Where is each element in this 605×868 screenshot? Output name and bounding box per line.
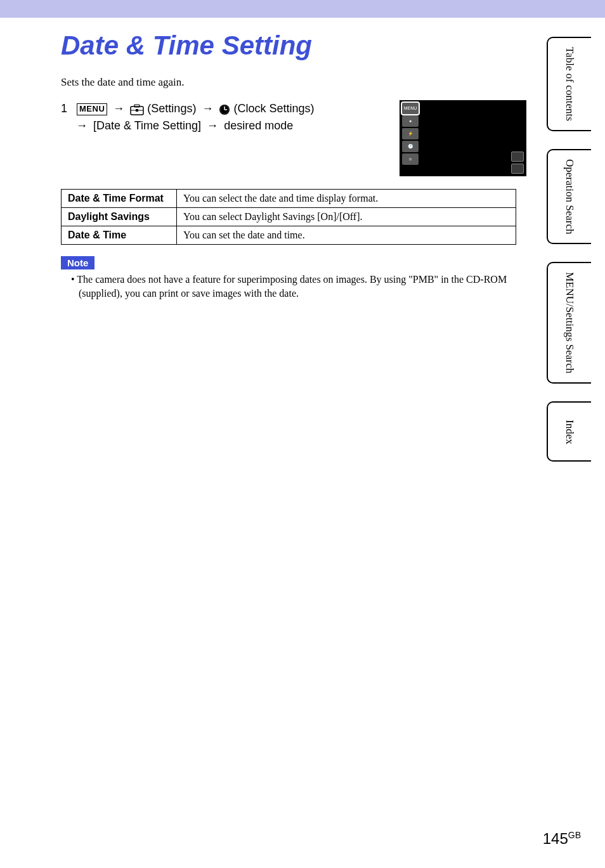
table-row: Date & Time Format You can select the da… [62,190,516,208]
clock-icon [219,103,230,115]
step-number: 1 [61,102,67,115]
note-heading: Note [61,256,94,269]
arrow-icon: → [113,102,124,115]
page-content: Date & Time Setting Sets the date and ti… [0,18,526,301]
row-label: Date & Time [62,226,177,245]
settings-table: Date & Time Format You can select the da… [61,189,516,245]
lcd-preview: MENU ● ⚡ 🕑 ☺ [400,100,526,176]
table-row: Daylight Savings You can select Daylight… [62,208,516,226]
desired-mode-text: desired mode [224,119,293,132]
intro-text: Sets the date and time again. [61,76,526,89]
arrow-icon: → [76,119,88,132]
instruction-sequence: 1 MENU → (Settings) → [61,100,381,134]
settings-toolbox-icon [130,103,144,115]
settings-label: (Settings) [147,102,196,115]
lcd-play-icon [511,164,524,174]
page-number: 145GB [543,830,581,848]
lcd-flash-icon: ⚡ [402,128,419,139]
svg-rect-3 [136,109,138,112]
lcd-right-icon-column [511,152,524,174]
side-tabs: Table of contents Operation Search MENU/… [547,37,591,462]
row-desc: You can select the date and time display… [177,190,516,208]
lcd-left-icon-column: MENU ● ⚡ 🕑 ☺ [402,103,420,165]
note-text: • The camera does not have a feature for… [63,273,526,301]
clock-settings-label: (Clock Settings) [233,102,314,115]
lcd-timer-icon: 🕑 [402,141,419,152]
arrow-icon: → [207,119,218,132]
tab-menu-settings-search[interactable]: MENU/Settings Search [547,262,591,384]
instruction-row: 1 MENU → (Settings) → [61,100,526,176]
menu-icon: MENU [77,103,107,115]
lcd-movie-icon: ● [402,115,419,127]
row-label: Daylight Savings [62,208,177,226]
lcd-camera-mode-icon [511,152,524,162]
page-number-value: 145 [543,830,568,847]
tab-operation-search[interactable]: Operation Search [547,149,591,244]
tab-table-of-contents[interactable]: Table of contents [547,37,591,131]
path-text: [Date & Time Setting] [93,119,201,132]
row-desc: You can set the date and time. [177,226,516,245]
row-label: Date & Time Format [62,190,177,208]
row-desc: You can select Daylight Savings [On]/[Of… [177,208,516,226]
table-row: Date & Time You can set the date and tim… [62,226,516,245]
top-color-bar [0,0,605,18]
page-suffix: GB [568,830,581,840]
lcd-smile-icon: ☺ [402,153,419,165]
tab-index[interactable]: Index [547,401,591,462]
lcd-menu-icon: MENU [402,103,419,114]
page-title: Date & Time Setting [61,30,526,61]
arrow-icon: → [202,102,213,115]
